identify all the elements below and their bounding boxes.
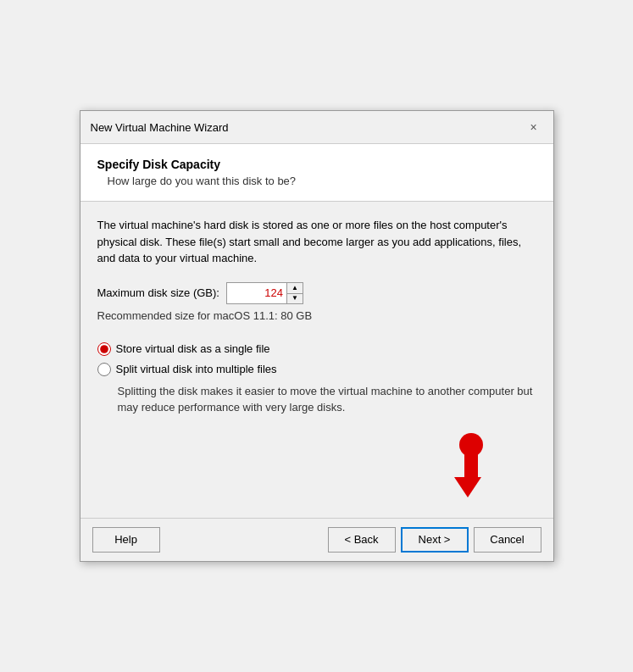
- back-button[interactable]: < Back: [328, 527, 396, 553]
- content-section: The virtual machine's hard disk is store…: [81, 202, 553, 518]
- radio-section: Store virtual disk as a single file Spli…: [97, 342, 536, 416]
- title-bar: New Virtual Machine Wizard ×: [81, 111, 553, 144]
- radio-single-label: Store virtual disk as a single file: [116, 342, 270, 355]
- page-title: Specify Disk Capacity: [97, 158, 536, 171]
- arrow-container: [97, 423, 536, 503]
- svg-point-0: [459, 433, 483, 457]
- disk-size-spinner[interactable]: ▲ ▼: [226, 282, 303, 304]
- spinner-buttons: ▲ ▼: [286, 283, 303, 303]
- cancel-button[interactable]: Cancel: [474, 527, 541, 553]
- page-subtitle: How large do you want this disk to be?: [97, 175, 536, 187]
- radio-option-single[interactable]: Store virtual disk as a single file: [97, 342, 536, 356]
- footer: Help < Back Next > Cancel: [81, 518, 553, 561]
- split-description: Splitting the disk makes it easier to mo…: [97, 383, 536, 416]
- radio-split-label: Split virtual disk into multiple files: [116, 363, 277, 375]
- radio-single-file[interactable]: [97, 342, 111, 356]
- dialog-window: New Virtual Machine Wizard × Specify Dis…: [80, 110, 554, 562]
- header-section: Specify Disk Capacity How large do you w…: [81, 144, 553, 202]
- spinner-down-button[interactable]: ▼: [287, 293, 303, 303]
- radio-option-split[interactable]: Split virtual disk into multiple files: [97, 363, 536, 376]
- svg-rect-1: [464, 453, 478, 480]
- disk-size-input[interactable]: [227, 283, 286, 303]
- svg-marker-2: [454, 477, 481, 497]
- dialog-title: New Virtual Machine Wizard: [91, 121, 229, 134]
- next-button[interactable]: Next >: [401, 527, 469, 553]
- close-button[interactable]: ×: [525, 118, 543, 136]
- recommended-text: Recommended size for macOS 11.1: 80 GB: [97, 309, 536, 322]
- disk-size-row: Maximum disk size (GB): ▲ ▼: [97, 282, 536, 304]
- radio-split-file[interactable]: [97, 363, 111, 376]
- footer-right-buttons: < Back Next > Cancel: [328, 527, 541, 553]
- next-arrow-icon: [439, 431, 490, 499]
- help-button[interactable]: Help: [92, 527, 160, 553]
- description-text: The virtual machine's hard disk is store…: [97, 217, 536, 267]
- disk-size-label: Maximum disk size (GB):: [97, 286, 219, 299]
- spinner-up-button[interactable]: ▲: [287, 283, 303, 293]
